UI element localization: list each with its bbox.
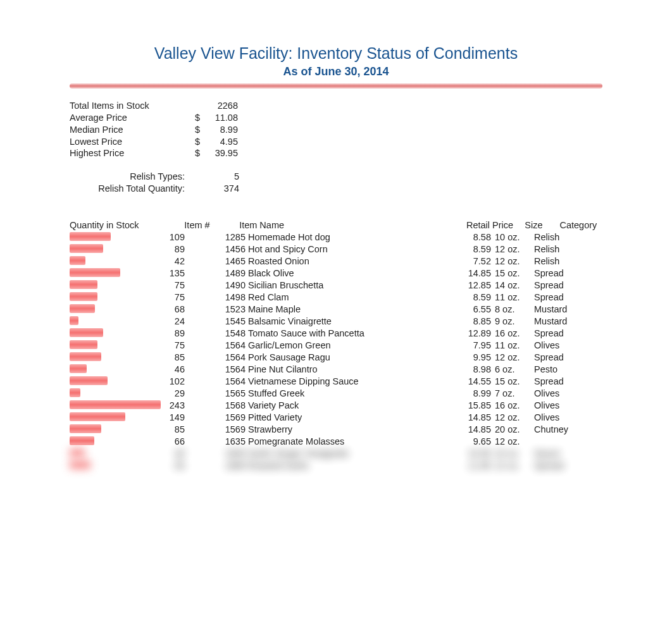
cell-size: 15 oz. <box>491 267 534 280</box>
cell-price: 8.99 <box>413 388 491 400</box>
cell-item: 1498 <box>185 292 246 304</box>
cell-price: 8.85 <box>413 316 491 328</box>
cell-item: 1564 <box>185 352 246 364</box>
cell-category: Spread <box>534 328 585 340</box>
qty-bar <box>70 436 94 445</box>
cell-qty: 29 <box>70 388 185 400</box>
header-name: Item Name <box>239 220 466 230</box>
cell-size: 7 oz. <box>491 388 534 400</box>
qty-bar <box>70 364 87 373</box>
stat-lowest: Lowest Price $ 4.95 <box>70 136 602 148</box>
table-row: 1351489Black Olive14.8515 oz.Spread <box>70 267 602 280</box>
stat-median: Median Price $ 8.99 <box>70 124 602 136</box>
cell-item: 1568 <box>185 400 246 412</box>
table-row-blurred: 401650Garlic Ginger Vinaigrette10.9510 o… <box>70 448 602 460</box>
cell-item: 1569 <box>185 424 246 436</box>
qty-bar <box>70 388 80 397</box>
table-header: Quantity in Stock Item # Item Name Retai… <box>70 220 602 231</box>
cell-category: Relish <box>534 231 585 243</box>
cell-size: 9 oz. <box>491 316 534 328</box>
cell-price: 14.85 <box>413 424 491 436</box>
qty-bar <box>70 280 97 289</box>
table-row: 751498Red Clam8.5911 oz.Spread <box>70 292 602 304</box>
table-row: 2431568Variety Pack15.8516 oz.Olives <box>70 400 602 412</box>
cell-name: Pomegranate Molasses <box>248 436 413 448</box>
header-price: Retail Price <box>466 220 518 230</box>
cell-name: Variety Pack <box>248 400 413 412</box>
stat-average: Average Price $ 11.08 <box>70 112 602 124</box>
cell-name: Pork Sausage Ragu <box>248 352 413 364</box>
header-item: Item # <box>184 220 215 230</box>
qty-bar <box>70 316 78 325</box>
cell-size: 16 oz. <box>491 328 534 340</box>
qty-bar <box>70 376 108 385</box>
cell-name: Pine Nut Cilantro <box>248 364 413 376</box>
cell-category: Relish <box>534 243 585 255</box>
cell-category: Chutney <box>534 424 585 436</box>
cell-category: Olives <box>534 412 585 424</box>
cell-name: Pitted Variety <box>248 412 413 424</box>
cell-name: Vietnamese Dipping Sauce <box>248 376 413 388</box>
cell-item: 1548 <box>185 328 246 340</box>
table-row: 1491569Pitted Variety14.8512 oz.Olives <box>70 412 602 424</box>
cell-price: 7.95 <box>413 340 491 352</box>
qty-bar <box>70 244 103 253</box>
cell-price: 8.98 <box>413 364 491 376</box>
qty-bar <box>70 412 125 421</box>
cell-category: Olives <box>534 388 585 400</box>
cell-qty: 42 <box>70 255 185 267</box>
table-row: 851569Strawberry14.8520 oz.Chutney <box>70 424 602 436</box>
cell-price: 8.59 <box>413 243 491 255</box>
cell-size: 12 oz. <box>491 352 534 364</box>
divider-bar <box>70 83 602 89</box>
cell-price: 14.85 <box>413 267 491 280</box>
cell-item: 1564 <box>185 376 246 388</box>
qty-bar <box>70 328 103 337</box>
table-row: 751490Sicilian Bruschetta12.8514 oz.Spre… <box>70 280 602 292</box>
page-subtitle: As of June 30, 2014 <box>70 65 602 78</box>
cell-size: 16 oz. <box>491 400 534 412</box>
cell-price: 14.85 <box>413 412 491 424</box>
cell-item: 1523 <box>185 304 246 316</box>
header-category: Category <box>559 220 602 230</box>
cell-size: 15 oz. <box>491 376 534 388</box>
cell-name: Tomato Sauce with Pancetta <box>248 328 413 340</box>
qty-bar <box>70 400 161 409</box>
stat-total: Total Items in Stock 2268 <box>70 100 602 112</box>
cell-name: Black Olive <box>248 267 413 280</box>
table-row: 661635Pomegranate Molasses9.6512 oz. <box>70 436 602 448</box>
relish-qty: Relish Total Quantity: 374 <box>70 183 602 195</box>
cell-category: Spread <box>534 267 585 280</box>
cell-name: Balsamic Vinaigrette <box>248 316 413 328</box>
table-row: 851564Pork Sausage Ragu9.9512 oz.Spread <box>70 352 602 364</box>
qty-bar <box>70 424 101 433</box>
cell-item: 1635 <box>185 436 246 448</box>
header-qty: Quantity in Stock <box>70 220 184 230</box>
summary-stats: Total Items in Stock 2268 Average Price … <box>70 100 602 159</box>
cell-name: Strawberry <box>248 424 413 436</box>
table-row: 891456Hot and Spicy Corn8.5912 oz.Relish <box>70 243 602 255</box>
cell-category: Spread <box>534 280 585 292</box>
cell-size: 10 oz. <box>491 231 534 243</box>
cell-price: 8.58 <box>413 231 491 243</box>
cell-name: Garlic/Lemon Green <box>248 340 413 352</box>
table-row: 241545Balsamic Vinaigrette8.859 oz.Musta… <box>70 316 602 328</box>
cell-name: Homemade Hot dog <box>248 231 413 243</box>
inventory-table: Quantity in Stock Item # Item Name Retai… <box>70 220 602 472</box>
cell-name: Sicilian Bruschetta <box>248 280 413 292</box>
cell-size: 8 oz. <box>491 304 534 316</box>
cell-item: 1565 <box>185 388 246 400</box>
cell-category: Spread <box>534 292 585 304</box>
cell-category: Mustard <box>534 304 585 316</box>
cell-category: Mustard <box>534 316 585 328</box>
cell-price: 14.55 <box>413 376 491 388</box>
cell-price: 9.65 <box>413 436 491 448</box>
cell-price: 8.59 <box>413 292 491 304</box>
cell-category <box>534 436 585 448</box>
table-row: 461564Pine Nut Cilantro8.986 oz.Pesto <box>70 364 602 376</box>
cell-price: 15.85 <box>413 400 491 412</box>
cell-category: Spread <box>534 352 585 364</box>
qty-bar <box>70 352 101 361</box>
cell-item: 1545 <box>185 316 246 328</box>
cell-qty: 24 <box>70 316 185 328</box>
